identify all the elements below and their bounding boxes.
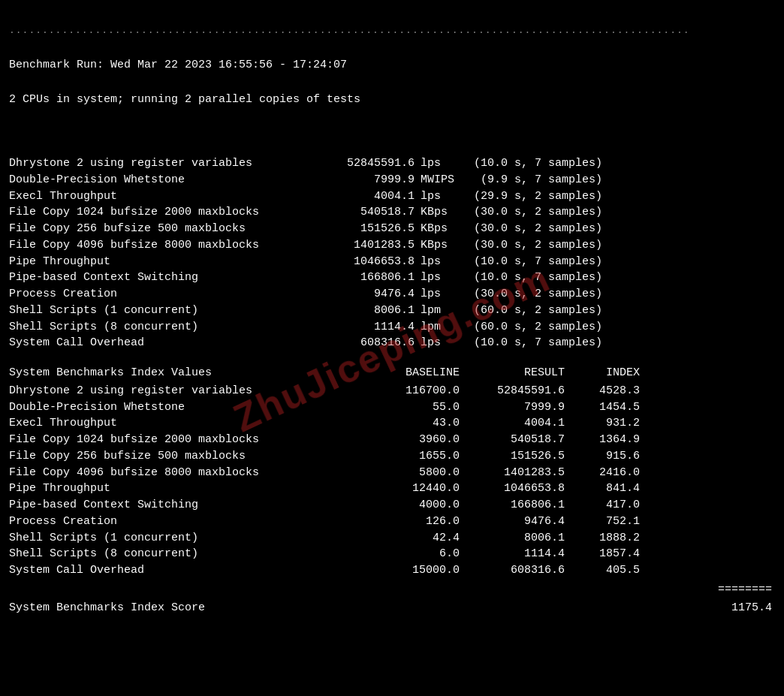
- perf-name: Pipe Throughput: [9, 254, 324, 270]
- index-row-result: 1401283.5: [460, 465, 565, 481]
- header-line1: Benchmark Run: Wed Mar 22 2023 16:55:56 …: [9, 57, 775, 74]
- index-row-name: Double-Precision Whetstone: [9, 399, 354, 416]
- perf-unit: KBps: [415, 204, 467, 221]
- index-row-name: System Call Overhead: [9, 562, 354, 579]
- index-row: Shell Scripts (8 concurrent)6.01114.4185…: [9, 546, 775, 562]
- perf-unit: KBps: [415, 221, 467, 237]
- index-row-index: 841.4: [565, 481, 640, 497]
- perf-info: (9.9 s, 7 samples): [467, 172, 602, 188]
- index-row: System Call Overhead15000.0608316.6405.5: [9, 562, 775, 579]
- index-row-result: 4004.1: [460, 415, 565, 432]
- index-row-baseline: 5800.0: [354, 465, 460, 481]
- top-dots: ........................................…: [9, 24, 775, 38]
- index-row-result: 166806.1: [460, 497, 565, 514]
- perf-unit: lps: [415, 188, 467, 205]
- perf-name: System Call Overhead: [9, 335, 324, 351]
- index-row-result: 1114.4: [460, 546, 565, 562]
- index-row: File Copy 256 bufsize 500 maxblocks1655.…: [9, 448, 775, 465]
- index-row-index: 405.5: [565, 562, 640, 579]
- perf-value: 151526.5: [324, 221, 415, 237]
- perf-info: (10.0 s, 7 samples): [467, 335, 602, 351]
- perf-name: Shell Scripts (8 concurrent): [9, 319, 324, 336]
- index-row-name: Dhrystone 2 using register variables: [9, 383, 354, 399]
- perf-unit: lps: [415, 286, 467, 303]
- index-row: Double-Precision Whetstone55.07999.91454…: [9, 399, 775, 416]
- perf-unit: lps: [415, 155, 467, 172]
- index-row-baseline: 12440.0: [354, 481, 460, 497]
- perf-name: Double-Precision Whetstone: [9, 172, 324, 188]
- perf-info: (29.9 s, 2 samples): [467, 188, 602, 205]
- perf-row: File Copy 256 bufsize 500 maxblocks15152…: [9, 221, 775, 237]
- perf-value: 7999.9: [324, 172, 415, 188]
- perf-unit: MWIPS: [415, 172, 467, 188]
- perf-value: 608316.6: [324, 335, 415, 351]
- index-row-name: Shell Scripts (8 concurrent): [9, 546, 354, 562]
- perf-row: Double-Precision Whetstone7999.9MWIPS(9.…: [9, 172, 775, 188]
- index-row-name: Shell Scripts (1 concurrent): [9, 530, 354, 547]
- index-row-index: 752.1: [565, 514, 640, 530]
- perf-row: Execl Throughput4004.1lps(29.9 s, 2 samp…: [9, 188, 775, 205]
- perf-row: Process Creation9476.4lps(30.0 s, 2 samp…: [9, 286, 775, 303]
- perf-value: 1114.4: [324, 319, 415, 336]
- perf-row: Shell Scripts (1 concurrent)8006.1lpm(60…: [9, 303, 775, 319]
- score-value: 1175.4: [685, 600, 775, 616]
- index-section: System Benchmarks Index ValuesBASELINERE…: [9, 365, 775, 579]
- index-row: Shell Scripts (1 concurrent)42.48006.118…: [9, 530, 775, 547]
- perf-row: Pipe-based Context Switching166806.1lps(…: [9, 270, 775, 286]
- index-header-row: System Benchmarks Index ValuesBASELINERE…: [9, 365, 775, 381]
- index-row-baseline: 126.0: [354, 514, 460, 530]
- index-row-index: 417.0: [565, 497, 640, 514]
- perf-info: (30.0 s, 2 samples): [467, 286, 602, 303]
- perf-info: (30.0 s, 2 samples): [467, 237, 602, 254]
- index-row: File Copy 1024 bufsize 2000 maxblocks396…: [9, 432, 775, 448]
- perf-value: 1046653.8: [324, 254, 415, 270]
- index-row-result: 151526.5: [460, 448, 565, 465]
- perf-info: (10.0 s, 7 samples): [467, 254, 602, 270]
- index-header-result: RESULT: [460, 365, 565, 381]
- performance-section: Dhrystone 2 using register variables5284…: [9, 155, 775, 351]
- perf-value: 166806.1: [324, 270, 415, 286]
- index-row-name: File Copy 4096 bufsize 8000 maxblocks: [9, 465, 354, 481]
- index-row-result: 540518.7: [460, 432, 565, 448]
- index-row-baseline: 1655.0: [354, 448, 460, 465]
- index-row-baseline: 43.0: [354, 415, 460, 432]
- index-row-result: 1046653.8: [460, 481, 565, 497]
- index-row-baseline: 15000.0: [354, 562, 460, 579]
- perf-unit: KBps: [415, 237, 467, 254]
- index-row-index: 1888.2: [565, 530, 640, 547]
- perf-value: 540518.7: [324, 204, 415, 221]
- index-row: File Copy 4096 bufsize 8000 maxblocks580…: [9, 465, 775, 481]
- perf-row: Dhrystone 2 using register variables5284…: [9, 155, 775, 172]
- perf-row: System Call Overhead608316.6lps(10.0 s, …: [9, 335, 775, 351]
- perf-info: (60.0 s, 2 samples): [467, 319, 602, 336]
- index-row: Dhrystone 2 using register variables1167…: [9, 383, 775, 399]
- perf-value: 4004.1: [324, 188, 415, 205]
- perf-unit: lpm: [415, 319, 467, 336]
- perf-row: Shell Scripts (8 concurrent)1114.4lpm(60…: [9, 319, 775, 336]
- perf-info: (30.0 s, 2 samples): [467, 221, 602, 237]
- index-row-baseline: 6.0: [354, 546, 460, 562]
- perf-info: (10.0 s, 7 samples): [467, 155, 602, 172]
- perf-name: File Copy 1024 bufsize 2000 maxblocks: [9, 204, 324, 221]
- perf-name: Execl Throughput: [9, 188, 324, 205]
- index-row: Pipe Throughput12440.01046653.8841.4: [9, 481, 775, 497]
- perf-name: File Copy 256 bufsize 500 maxblocks: [9, 221, 324, 237]
- perf-name: Pipe-based Context Switching: [9, 270, 324, 286]
- index-row-index: 915.6: [565, 448, 640, 465]
- index-row-baseline: 42.4: [354, 530, 460, 547]
- perf-row: File Copy 1024 bufsize 2000 maxblocks540…: [9, 204, 775, 221]
- perf-row: Pipe Throughput1046653.8lps(10.0 s, 7 sa…: [9, 254, 775, 270]
- perf-info: (10.0 s, 7 samples): [467, 270, 602, 286]
- index-row-index: 2416.0: [565, 465, 640, 481]
- perf-unit: lps: [415, 335, 467, 351]
- index-row-name: File Copy 1024 bufsize 2000 maxblocks: [9, 432, 354, 448]
- perf-name: Process Creation: [9, 286, 324, 303]
- index-row-result: 608316.6: [460, 562, 565, 579]
- index-row-index: 931.2: [565, 415, 640, 432]
- index-row-baseline: 55.0: [354, 399, 460, 416]
- perf-unit: lpm: [415, 303, 467, 319]
- index-row-baseline: 116700.0: [354, 383, 460, 399]
- perf-value: 8006.1: [324, 303, 415, 319]
- index-row-baseline: 3960.0: [354, 432, 460, 448]
- index-row: Execl Throughput43.04004.1931.2: [9, 415, 775, 432]
